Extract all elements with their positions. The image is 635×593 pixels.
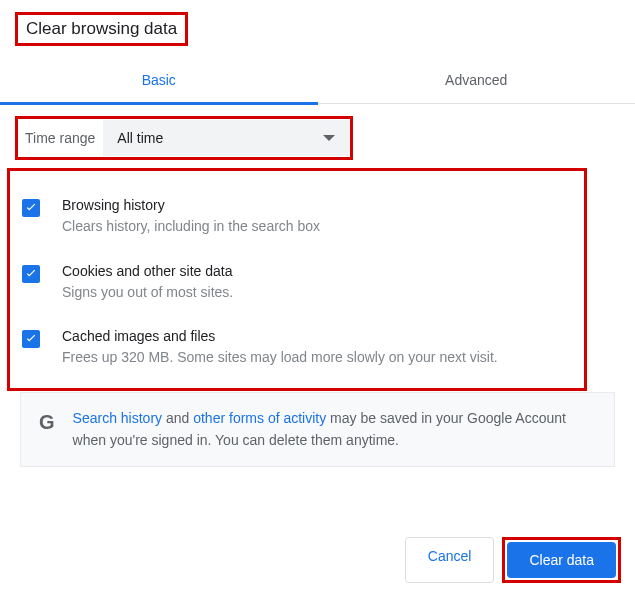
check-icon bbox=[24, 267, 38, 281]
dialog-footer: Cancel Clear data bbox=[405, 537, 621, 583]
tab-advanced[interactable]: Advanced bbox=[318, 58, 636, 103]
info-notice: G Search history and other forms of acti… bbox=[20, 392, 615, 467]
cancel-button[interactable]: Cancel bbox=[405, 537, 495, 583]
dialog-title: Clear browsing data bbox=[26, 19, 177, 39]
option-row: Cached images and files Frees up 320 MB.… bbox=[18, 328, 576, 368]
option-title: Browsing history bbox=[62, 197, 576, 213]
clear-data-highlight: Clear data bbox=[502, 537, 621, 583]
time-range-select[interactable]: All time bbox=[103, 120, 349, 156]
clear-data-button[interactable]: Clear data bbox=[507, 542, 616, 578]
option-desc: Frees up 320 MB. Some sites may load mor… bbox=[62, 348, 576, 368]
option-row: Browsing history Clears history, includi… bbox=[18, 197, 576, 237]
option-row: Cookies and other site data Signs you ou… bbox=[18, 263, 576, 303]
check-icon bbox=[24, 201, 38, 215]
dropdown-caret-icon bbox=[323, 135, 335, 141]
title-highlight: Clear browsing data bbox=[15, 12, 188, 46]
option-text: Browsing history Clears history, includi… bbox=[62, 197, 576, 237]
checkbox-cookies[interactable] bbox=[22, 265, 40, 283]
time-range-highlight: Time range All time bbox=[15, 116, 353, 160]
time-range-value: All time bbox=[117, 130, 163, 146]
info-text: Search history and other forms of activi… bbox=[73, 407, 596, 452]
tab-basic[interactable]: Basic bbox=[0, 58, 318, 105]
check-icon bbox=[24, 332, 38, 346]
option-desc: Clears history, including in the search … bbox=[62, 217, 576, 237]
clear-browsing-data-dialog: Clear browsing data Basic Advanced Time … bbox=[0, 0, 635, 593]
tab-bar: Basic Advanced bbox=[0, 58, 635, 104]
options-highlight: Browsing history Clears history, includi… bbox=[7, 168, 587, 391]
option-desc: Signs you out of most sites. bbox=[62, 283, 576, 303]
option-text: Cached images and files Frees up 320 MB.… bbox=[62, 328, 576, 368]
link-other-activity[interactable]: other forms of activity bbox=[193, 410, 326, 426]
time-range-label: Time range bbox=[19, 120, 103, 156]
info-text-fragment: and bbox=[162, 410, 193, 426]
link-search-history[interactable]: Search history bbox=[73, 410, 162, 426]
option-text: Cookies and other site data Signs you ou… bbox=[62, 263, 576, 303]
google-icon: G bbox=[39, 411, 55, 434]
option-title: Cookies and other site data bbox=[62, 263, 576, 279]
checkbox-browsing-history[interactable] bbox=[22, 199, 40, 217]
checkbox-cached[interactable] bbox=[22, 330, 40, 348]
option-title: Cached images and files bbox=[62, 328, 576, 344]
